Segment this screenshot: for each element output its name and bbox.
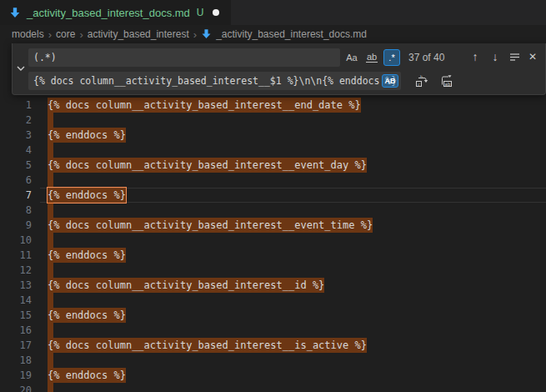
match-highlight-empty xyxy=(48,293,53,308)
line-number: 17 xyxy=(0,338,40,353)
line-number: 13 xyxy=(0,278,40,293)
unsaved-changes-dot[interactable] xyxy=(213,9,219,16)
match-highlight: {% docs column__activity_based_interest_… xyxy=(48,98,361,113)
current-match-highlight: {% enddocs %} xyxy=(48,188,126,203)
tab-active-file[interactable]: _activity_based_interest_docs.md U xyxy=(0,0,231,25)
replace-all-button[interactable]: ab xyxy=(438,73,456,89)
code-line[interactable]: 19{% enddocs %} xyxy=(0,368,546,383)
match-highlight-empty xyxy=(48,263,53,278)
code-line[interactable]: 6 xyxy=(0,173,546,188)
match-case-button[interactable]: Aa xyxy=(343,49,360,66)
breadcrumb-item-label: _activity_based_interest_docs.md xyxy=(216,28,367,40)
svg-text:b: b xyxy=(420,74,423,79)
breadcrumb-item[interactable]: activity_based_interest xyxy=(88,28,189,40)
code-lines: 1{% docs column__activity_based_interest… xyxy=(0,98,546,392)
line-number: 18 xyxy=(0,353,40,368)
line-number: 4 xyxy=(0,143,40,158)
code-line-content xyxy=(48,173,53,188)
match-highlight: {% docs column__activity_based_interest_… xyxy=(48,218,373,233)
code-line[interactable]: 3{% enddocs %} xyxy=(0,128,546,143)
code-line-content xyxy=(48,263,53,278)
breadcrumb-item-label: models xyxy=(12,28,44,40)
match-highlight-empty xyxy=(48,353,53,368)
find-results-count: 37 of 40 xyxy=(408,52,444,63)
line-number: 3 xyxy=(0,128,40,143)
code-line[interactable]: 17{% docs column__activity_based_interes… xyxy=(0,338,546,353)
code-line[interactable]: 9{% docs column__activity_based_interest… xyxy=(0,218,546,233)
find-row: (.*) Aa ab .* 37 of 40 xyxy=(28,48,444,67)
code-line[interactable]: 14 xyxy=(0,293,546,308)
code-line[interactable]: 15{% enddocs %} xyxy=(0,308,546,323)
code-line[interactable]: 13{% docs column__activity_based_interes… xyxy=(0,278,546,293)
markdown-file-icon xyxy=(8,6,22,19)
line-number: 9 xyxy=(0,218,40,233)
code-line-content xyxy=(48,203,53,218)
svg-text:ab: ab xyxy=(445,82,451,87)
code-line-content: {% docs column__activity_based_interest_… xyxy=(48,98,361,113)
breadcrumb: models›core›activity_based_interest›_act… xyxy=(0,25,546,43)
find-input[interactable]: (.*) xyxy=(28,48,340,67)
code-line-content xyxy=(48,323,53,338)
code-line[interactable]: 16 xyxy=(0,323,546,338)
code-line[interactable]: 7{% enddocs %} xyxy=(0,188,546,203)
code-line-content xyxy=(48,143,53,158)
code-line[interactable]: 1{% docs column__activity_based_interest… xyxy=(0,98,546,113)
breadcrumb-separator-icon: › xyxy=(193,28,197,41)
code-line[interactable]: 18 xyxy=(0,353,546,368)
match-highlight: {% enddocs %} xyxy=(48,128,126,143)
line-number: 14 xyxy=(0,293,40,308)
breadcrumb-item[interactable]: core xyxy=(56,28,75,40)
regex-button[interactable]: .* xyxy=(383,49,400,66)
code-line[interactable]: 4 xyxy=(0,143,546,158)
breadcrumb-item[interactable]: _activity_based_interest_docs.md xyxy=(201,28,367,40)
line-number: 1 xyxy=(0,98,40,113)
line-number: 6 xyxy=(0,173,40,188)
tab-filename: _activity_based_interest_docs.md xyxy=(27,7,190,19)
replace-button[interactable]: b c xyxy=(413,73,431,89)
line-number: 10 xyxy=(0,233,40,248)
line-number: 12 xyxy=(0,263,40,278)
match-highlight-empty xyxy=(48,143,53,158)
code-line[interactable]: 2 xyxy=(0,113,546,128)
match-highlight: {% enddocs %} xyxy=(48,248,126,263)
previous-match-button[interactable]: ↑ xyxy=(467,48,483,65)
close-find-widget-button[interactable]: ✕ xyxy=(524,48,541,65)
code-line[interactable]: 12 xyxy=(0,263,546,278)
code-line-content: {% enddocs %} xyxy=(48,188,126,203)
whole-word-button[interactable]: ab xyxy=(363,49,380,66)
breadcrumb-separator-icon: › xyxy=(48,28,52,41)
match-highlight-empty xyxy=(48,203,53,218)
line-number: 8 xyxy=(0,203,40,218)
code-line-content: {% docs column__activity_based_interest_… xyxy=(48,278,324,293)
find-in-selection-button[interactable] xyxy=(506,48,523,65)
line-number: 11 xyxy=(0,248,40,263)
code-line[interactable]: 8 xyxy=(0,203,546,218)
match-highlight-empty xyxy=(48,113,53,128)
code-line-content xyxy=(48,293,53,308)
code-line[interactable]: 20 xyxy=(0,383,546,392)
code-line[interactable]: 11{% enddocs %} xyxy=(0,248,546,263)
match-highlight-empty xyxy=(48,173,53,188)
toggle-replace-chevron-icon[interactable] xyxy=(15,61,27,78)
markdown-file-icon xyxy=(201,28,213,40)
line-number: 20 xyxy=(0,383,40,392)
breadcrumb-item[interactable]: models xyxy=(12,28,44,40)
code-line-content: {% enddocs %} xyxy=(48,248,126,263)
match-highlight-empty xyxy=(48,383,53,392)
replace-row: {% docs column__activity_based_interest_… xyxy=(28,72,456,90)
code-line-content: {% enddocs %} xyxy=(48,128,126,143)
code-line[interactable]: 10 xyxy=(0,233,546,248)
editor-pane[interactable]: 1{% docs column__activity_based_interest… xyxy=(0,43,546,392)
code-line-content xyxy=(48,383,53,392)
next-match-button[interactable]: ↓ xyxy=(487,48,503,65)
code-line-content: {% enddocs %} xyxy=(48,308,126,323)
match-highlight-empty xyxy=(48,233,53,248)
line-number: 7 xyxy=(0,188,40,203)
preserve-case-button[interactable]: AB xyxy=(382,74,398,88)
replace-input[interactable]: {% docs column__activity_based_interest_… xyxy=(28,72,401,90)
code-line[interactable]: 5{% docs column__activity_based_interest… xyxy=(0,158,546,173)
git-status-badge: U xyxy=(197,7,204,18)
line-number: 15 xyxy=(0,308,40,323)
match-highlight: {% docs column__activity_based_interest_… xyxy=(48,278,324,293)
code-line-content: {% enddocs %} xyxy=(48,368,126,383)
